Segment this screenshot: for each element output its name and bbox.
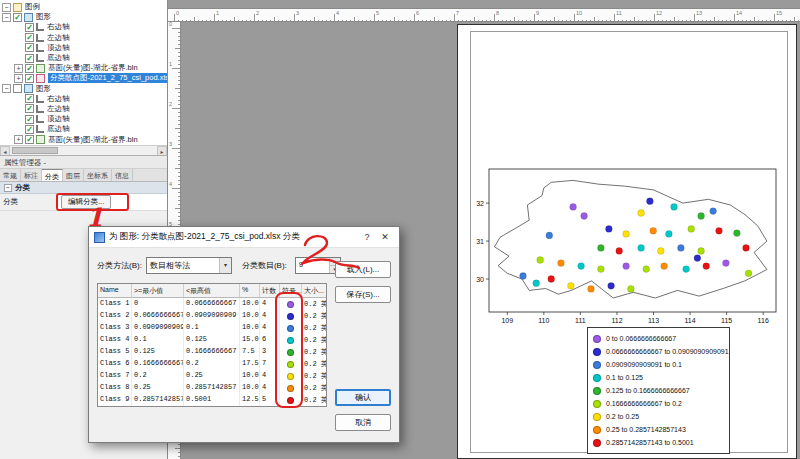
column-header[interactable]: 大小...: [302, 284, 327, 297]
symbol-cell[interactable]: [280, 394, 302, 406]
column-header[interactable]: %: [240, 284, 260, 297]
tree-item[interactable]: +✓基面(矢量)图-湖北-省界.bln: [0, 63, 167, 73]
class-row[interactable]: Class 60.16666666670.217.570.2 英寸: [98, 358, 326, 370]
tree-item[interactable]: ✓底边轴: [0, 53, 167, 63]
tree-item[interactable]: −图例: [0, 2, 167, 12]
scroll-right-arrow-icon[interactable]: ►: [157, 146, 167, 156]
tree-item[interactable]: ✓右边轴: [0, 22, 167, 32]
chevron-down-icon[interactable]: ▾: [219, 258, 231, 273]
column-header[interactable]: 计数: [260, 284, 280, 297]
tree-item[interactable]: +✓基面(矢量)图-湖北-省界.bln: [0, 134, 167, 144]
table-cell[interactable]: 0.2 英寸: [302, 382, 327, 394]
class-symbol-dot[interactable]: [287, 325, 294, 332]
class-row[interactable]: Class 80.250.285714285710.040.2 英寸: [98, 382, 326, 394]
tab-图层[interactable]: 图层: [63, 169, 84, 181]
tree-item[interactable]: ✓左边轴: [0, 104, 167, 114]
visibility-checkbox[interactable]: ✓: [25, 54, 34, 63]
tab-标注[interactable]: 标注: [21, 169, 42, 181]
class-row[interactable]: Class 30.09090909090.110.040.2 英寸: [98, 322, 326, 334]
table-cell[interactable]: 0.2 英寸: [302, 334, 327, 346]
save-button[interactable]: 保存(S)...: [335, 286, 391, 303]
table-cell[interactable]: 0.2 英寸: [302, 358, 327, 370]
visibility-checkbox[interactable]: ✓: [13, 13, 22, 22]
column-header[interactable]: >=最小值: [132, 284, 184, 297]
tab-常规[interactable]: 常规: [0, 169, 21, 181]
visibility-checkbox[interactable]: ✓: [25, 125, 34, 134]
scrollbar-thumb[interactable]: [12, 147, 58, 154]
table-cell[interactable]: 0.2 英寸: [302, 298, 327, 310]
tree-item[interactable]: ✓顶边轴: [0, 43, 167, 53]
tree-item[interactable]: −✓图形: [0, 12, 167, 22]
class-row[interactable]: Class 90.28571428570.500112.550.2 英寸: [98, 394, 326, 406]
visibility-checkbox[interactable]: ✓: [25, 104, 34, 113]
visibility-checkbox[interactable]: ✓: [25, 135, 34, 144]
class-count-spinner[interactable]: 9 ▴ ▾: [295, 257, 341, 274]
table-cell[interactable]: 0.2 英寸: [302, 322, 327, 334]
class-row[interactable]: Class 40.10.12515.060.2 英寸: [98, 334, 326, 346]
tab-坐标系[interactable]: 坐标系: [84, 169, 112, 181]
visibility-checkbox[interactable]: ✓: [25, 115, 34, 124]
symbol-cell[interactable]: [280, 382, 302, 394]
tree-horizontal-scrollbar[interactable]: ◄ ►: [0, 145, 167, 155]
expand-icon[interactable]: +: [14, 64, 23, 73]
class-symbol-dot[interactable]: [287, 373, 294, 380]
map-plot[interactable]: 109110111112113114115116303132: [472, 163, 787, 333]
tree-item[interactable]: −图形: [0, 84, 167, 94]
class-symbol-dot[interactable]: [287, 385, 294, 392]
symbol-cell[interactable]: [280, 346, 302, 358]
class-symbol-dot[interactable]: [287, 337, 294, 344]
scrollbar-track[interactable]: [10, 146, 157, 156]
class-row[interactable]: Class 70.20.2510.040.2 英寸: [98, 370, 326, 382]
expand-icon[interactable]: +: [14, 135, 23, 144]
symbol-cell[interactable]: [280, 310, 302, 322]
symbol-cell[interactable]: [280, 298, 302, 310]
visibility-checkbox[interactable]: ✓: [25, 94, 34, 103]
load-button[interactable]: 载入(L)...: [335, 261, 391, 278]
tree-item[interactable]: +✓分类散点图-2021_2_75_csi_pod.xlsx: [0, 73, 167, 83]
tab-信息[interactable]: 信息: [112, 169, 133, 181]
visibility-checkbox[interactable]: [13, 84, 22, 93]
visibility-checkbox[interactable]: ✓: [25, 33, 34, 42]
visibility-checkbox[interactable]: ✓: [25, 43, 34, 52]
horizontal-ruler[interactable]: 0123456789101112131415: [168, 8, 800, 22]
dialog-help-button[interactable]: ?: [358, 230, 376, 245]
column-header[interactable]: 符号...: [280, 284, 302, 297]
map-legend[interactable]: 0 to 0.06666666666670.0666666666667 to 0…: [587, 327, 730, 454]
tree-item[interactable]: ✓顶边轴: [0, 114, 167, 124]
visibility-checkbox[interactable]: ✓: [25, 23, 34, 32]
class-symbol-dot[interactable]: [287, 361, 294, 368]
class-row[interactable]: Class 50.1250.16666666677.530.2 英寸: [98, 346, 326, 358]
collapse-icon[interactable]: −: [4, 184, 12, 192]
classification-section-header[interactable]: − 分类: [0, 182, 167, 194]
tab-分类[interactable]: 分类: [42, 169, 63, 181]
dialog-title-bar[interactable]: 为 图形: 分类散点图-2021_2_75_csi_pod.xlsx 分类 ? …: [89, 227, 399, 248]
symbol-cell[interactable]: [280, 370, 302, 382]
column-header[interactable]: <最高值: [184, 284, 240, 297]
symbol-cell[interactable]: [280, 358, 302, 370]
class-symbol-dot[interactable]: [287, 349, 294, 356]
classification-method-select[interactable]: 数目相等法 ▾: [146, 257, 232, 274]
edit-classes-button[interactable]: 编辑分类...: [61, 195, 111, 209]
symbol-cell[interactable]: [280, 322, 302, 334]
table-cell[interactable]: 0.2 英寸: [302, 370, 327, 382]
collapse-icon[interactable]: −: [2, 13, 11, 22]
symbol-cell[interactable]: [280, 334, 302, 346]
collapse-icon[interactable]: −: [2, 3, 11, 12]
class-symbol-dot[interactable]: [287, 397, 294, 404]
table-cell[interactable]: 0.2 英寸: [302, 346, 327, 358]
expand-icon[interactable]: +: [14, 74, 23, 83]
cancel-button[interactable]: 取消: [335, 414, 391, 431]
table-cell[interactable]: 0.2 英寸: [302, 394, 327, 406]
tree-item[interactable]: ✓右边轴: [0, 94, 167, 104]
tree-item[interactable]: ✓底边轴: [0, 124, 167, 134]
ok-button[interactable]: 确认: [335, 389, 391, 406]
class-symbol-dot[interactable]: [287, 313, 294, 320]
scroll-left-arrow-icon[interactable]: ◄: [0, 146, 10, 156]
collapse-icon[interactable]: −: [2, 84, 11, 93]
dialog-close-button[interactable]: ✕: [376, 230, 394, 245]
visibility-checkbox[interactable]: ✓: [25, 74, 34, 83]
class-row[interactable]: Class 100.066666666710.040.2 英寸: [98, 298, 326, 310]
column-header[interactable]: Name: [98, 284, 132, 297]
class-row[interactable]: Class 20.06666666670.090909090910.040.2 …: [98, 310, 326, 322]
table-cell[interactable]: 0.2 英寸: [302, 310, 327, 322]
